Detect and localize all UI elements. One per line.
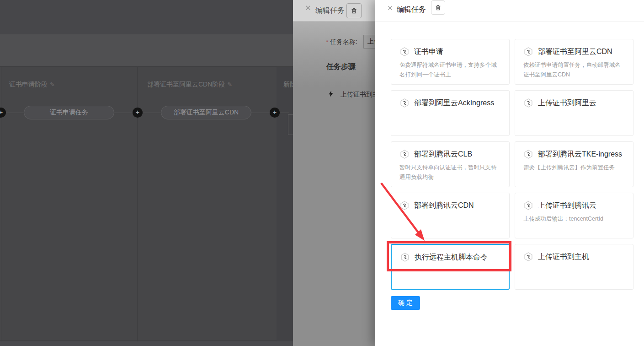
task-card[interactable]: 部署到腾讯云CLB暂时只支持单向认证证书，暂时只支持通用负载均衡 (391, 141, 510, 187)
plugin-hexagon-icon (399, 98, 410, 108)
plugin-hexagon-icon (523, 47, 533, 57)
task-card-title: 上传证书到腾讯云 (538, 201, 596, 211)
task-card[interactable]: 证书申请免费通配符域名证书申请，支持多个域名打到同一个证书上 (391, 39, 510, 85)
plugin-hexagon-icon (523, 98, 533, 108)
lightning-icon (327, 90, 335, 97)
plugin-hexagon-icon (399, 200, 410, 211)
plugin-hexagon-icon (523, 149, 533, 159)
task-card-description: 免费通配符域名证书申请，支持多个域名打到同一个证书上 (391, 57, 509, 80)
task-card-title: 部署证书至阿里云CDN (538, 47, 612, 57)
edit-pencil-icon[interactable]: ✎ (50, 81, 55, 88)
new-stage-column (277, 67, 293, 341)
required-mark: * (326, 38, 328, 46)
connector-line (5, 113, 24, 113)
plugin-hexagon-icon (523, 200, 533, 211)
plugin-hexagon-icon (399, 47, 410, 57)
connector-line (143, 113, 161, 113)
drawer-title: 编辑任务 (315, 6, 345, 16)
task-name-label: 任务名称: (330, 38, 357, 46)
plugin-hexagon-icon (400, 252, 410, 262)
task-card-description: 依赖证书申请前置任务，自动部署域名证书至阿里云CDN (515, 57, 633, 80)
task-card-description: 暂时只支持单向认证证书，暂时只支持通用负载均衡 (391, 159, 509, 182)
add-task-button[interactable]: + (270, 108, 280, 118)
confirm-button[interactable]: 确 定 (391, 296, 420, 310)
task-card-title: 执行远程主机脚本命令 (415, 253, 488, 262)
task-steps-heading: 任务步骤 (326, 62, 356, 72)
task-card[interactable]: 部署到阿里云AckIngress (391, 90, 510, 136)
task-card[interactable]: 上传证书到腾讯云上传成功后输出：tencentCertId (515, 193, 633, 238)
task-card[interactable]: 上传证书到主机 (515, 244, 633, 290)
step-label: 上传证书到主机 (341, 91, 375, 99)
plugin-hexagon-icon (399, 149, 410, 159)
add-task-button[interactable]: + (133, 108, 143, 118)
task-card-title: 上传证书到阿里云 (538, 98, 596, 108)
task-card[interactable]: 执行远程主机脚本命令 (391, 244, 510, 290)
trash-icon (435, 4, 442, 11)
edit-pencil-icon[interactable]: ✎ (227, 81, 232, 88)
delete-task-button[interactable] (346, 3, 362, 18)
trash-icon (351, 7, 357, 14)
close-icon[interactable] (305, 5, 311, 11)
close-icon[interactable] (387, 5, 394, 11)
task-card[interactable]: 部署证书至阿里云CDN依赖证书申请前置任务，自动部署域名证书至阿里云CDN (515, 39, 633, 85)
task-card-title: 证书申请 (414, 47, 443, 57)
task-card-title: 部署到腾讯云CLB (414, 150, 472, 159)
task-card-title: 部署到阿里云AckIngress (414, 98, 494, 108)
task-card-description: 需要【上传到腾讯云】作为前置任务 (515, 159, 633, 173)
task-card-title: 部署到腾讯云CDN (414, 201, 474, 211)
task-card-title: 上传证书到主机 (538, 252, 589, 262)
delete-task-button[interactable] (431, 0, 445, 15)
edit-task-drawer: 编辑任务 证书申请免费通配符域名证书申请，支持多个域名打到同一个证书上部署证书至… (375, 0, 644, 346)
task-card[interactable]: 部署到腾讯云CDN (391, 193, 510, 238)
edit-task-drawer-dimmed: 编辑任务 * 任务名称: 上传 任务步骤 上传证书到主机 (293, 0, 375, 346)
stage-title-1: 证书申请阶段✎ (9, 81, 55, 89)
task-card-description: 上传成功后输出：tencentCertId (515, 211, 633, 224)
connector-line (280, 113, 289, 113)
task-card[interactable]: 上传证书到阿里云 (515, 90, 633, 136)
task-card[interactable]: 部署到腾讯云TKE-ingress需要【上传到腾讯云】作为前置任务 (515, 141, 633, 187)
task-pill-deploy-cdn[interactable]: 部署证书至阿里云CDN (161, 106, 251, 119)
task-card-title: 部署到腾讯云TKE-ingress (538, 150, 622, 159)
stage-title-2: 部署证书至阿里云CDN阶段✎ (147, 81, 232, 89)
task-name-input[interactable]: 上传 (363, 35, 375, 49)
drawer-title: 编辑任务 (397, 5, 426, 15)
plugin-hexagon-icon (523, 252, 533, 262)
task-pill-certificate-apply[interactable]: 证书申请任务 (24, 106, 114, 119)
